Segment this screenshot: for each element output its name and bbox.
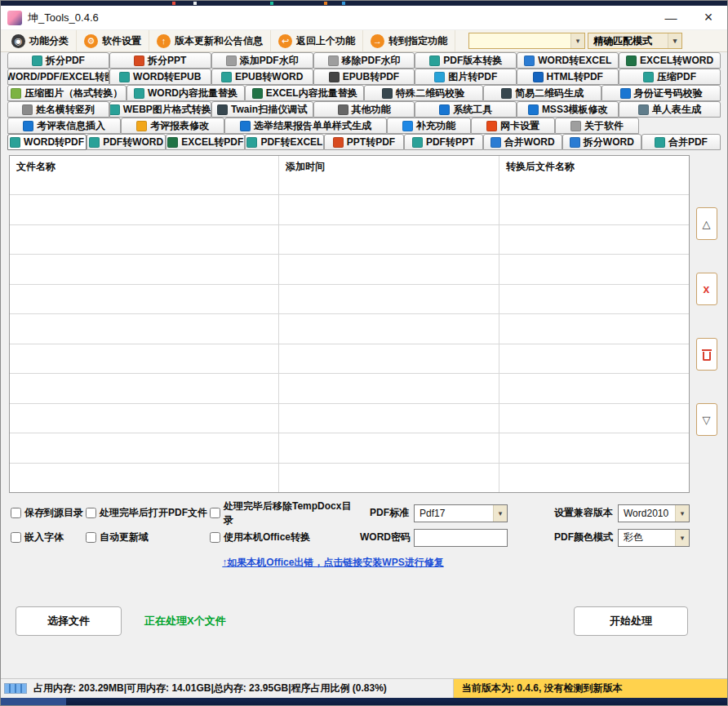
table-row[interactable]: [10, 195, 689, 225]
checkbox-remove-tempdocx[interactable]: 处理完毕后移除TempDocx目录: [210, 500, 360, 527]
tab-split-word[interactable]: 拆分WORD: [562, 134, 641, 150]
tab-review-report-edit[interactable]: 考评报表修改: [121, 118, 224, 134]
tab-pdf-to-word[interactable]: PDF转WORD: [87, 134, 166, 150]
tab-office-to-image[interactable]: WORD/PDF/EXCEL转图片: [7, 69, 109, 85]
function-category-button[interactable]: ◉功能分类: [4, 30, 77, 51]
table-row[interactable]: [10, 255, 689, 285]
tab-single-table-generate[interactable]: 单人表生成: [619, 101, 721, 118]
tab-word-batch-replace[interactable]: WORD内容批量替换: [127, 85, 246, 101]
tab-network-card-settings[interactable]: 网卡设置: [471, 118, 555, 134]
table-cell: [499, 433, 689, 463]
chevron-down-icon[interactable]: ▾: [675, 530, 689, 546]
back-previous-function-button[interactable]: ↩返回上个功能: [271, 30, 363, 51]
tab-label: 图片转PDF: [448, 70, 497, 84]
move-up-button[interactable]: △: [696, 207, 717, 240]
tab-pdf-to-ppt[interactable]: PDF转PPT: [404, 134, 483, 150]
tab-pdf-to-excel[interactable]: PDF转EXCEL: [245, 134, 324, 150]
tab-special-qrcode-verify[interactable]: 特殊二维码校验: [364, 85, 483, 101]
function-search-combo[interactable]: ▾: [468, 33, 585, 49]
tab-compress-image[interactable]: 压缩图片（格式转换）: [7, 85, 127, 101]
tab-remove-pdf-watermark[interactable]: 移除PDF水印: [313, 52, 415, 69]
pdf-color-mode-select[interactable]: 彩色 ▾: [618, 529, 690, 547]
embed-font-checkbox[interactable]: [11, 532, 21, 543]
tab-mss3-template-edit[interactable]: MSS3模板修改: [517, 101, 619, 118]
tab-other-functions[interactable]: 其他功能: [313, 101, 415, 118]
column-header[interactable]: 添加时间: [279, 156, 499, 194]
auto-update-fields-checkbox[interactable]: [86, 532, 96, 543]
chevron-down-icon[interactable]: ▾: [570, 33, 584, 48]
match-mode-select[interactable]: 精确匹配模式 ▾: [588, 33, 682, 49]
checkbox-auto-update-fields[interactable]: 自动更新域: [86, 531, 210, 544]
chevron-down-icon[interactable]: ▾: [675, 505, 689, 522]
select-files-button[interactable]: 选择文件: [16, 606, 122, 636]
open-pdf-after-checkbox[interactable]: [86, 508, 96, 518]
checkbox-open-pdf-after[interactable]: 处理完毕后打开PDF文件: [86, 506, 210, 520]
tab-review-info-insert[interactable]: 考评表信息插入: [7, 118, 121, 134]
table-row[interactable]: [10, 464, 689, 493]
tab-compress-pdf[interactable]: 压缩PDF: [619, 69, 721, 85]
tab-word-to-excel[interactable]: WORD转EXCEL: [517, 52, 619, 69]
column-header[interactable]: 文件名称: [10, 156, 279, 194]
start-processing-button[interactable]: 开始处理: [574, 606, 688, 636]
tab-supplement-functions[interactable]: 补充功能: [387, 118, 471, 134]
pdf-standard-select[interactable]: Pdf17 ▾: [414, 504, 508, 522]
function-search-input[interactable]: [469, 33, 570, 48]
tab-add-pdf-watermark[interactable]: 添加PDF水印: [211, 52, 313, 69]
tab-simple-qrcode-generate[interactable]: 简易二维码生成: [483, 85, 602, 101]
remove-tempdocx-checkbox[interactable]: [210, 508, 220, 518]
tab-election-report-generate[interactable]: 选举结果报告单单样式生成: [224, 118, 387, 134]
word-password-input[interactable]: [414, 529, 508, 547]
column-header[interactable]: 转换后文件名称: [499, 156, 689, 194]
html-doc-icon: [533, 72, 544, 82]
checkbox-save-to-source[interactable]: 保存到源目录: [11, 506, 86, 520]
wps-repair-link[interactable]: ↑如果本机Office出错，点击链接安装WPS进行修复: [222, 557, 443, 568]
minimize-button[interactable]: —: [652, 6, 690, 29]
file-list-table[interactable]: 文件名称添加时间转换后文件名称: [9, 155, 690, 493]
tab-excel-to-word[interactable]: EXCEL转WORD: [619, 52, 721, 69]
move-down-button[interactable]: ▽: [696, 403, 717, 436]
table-row[interactable]: [10, 374, 689, 404]
tab-ppt-to-pdf[interactable]: PPT转PDF: [324, 134, 403, 150]
chevron-down-icon[interactable]: ▾: [493, 505, 507, 522]
goto-function-button[interactable]: →转到指定功能: [363, 30, 455, 51]
tab-epub-to-pdf[interactable]: EPUB转PDF: [313, 69, 415, 85]
table-row[interactable]: [10, 344, 689, 375]
tab-id-number-verify[interactable]: 身份证号码校验: [601, 85, 721, 101]
chevron-down-icon[interactable]: ▾: [668, 33, 681, 48]
software-settings-button[interactable]: ⚙软件设置: [77, 30, 149, 51]
tab-word-to-epub[interactable]: WORD转EPUB: [109, 69, 211, 85]
table-row[interactable]: [10, 404, 689, 434]
compat-version-select[interactable]: Word2010 ▾: [618, 504, 690, 522]
clear-list-button[interactable]: [696, 338, 717, 371]
tab-about-software[interactable]: 关于软件: [555, 118, 639, 134]
close-button[interactable]: ×: [690, 6, 727, 29]
tab-excel-to-pdf[interactable]: EXCEL转PDF: [166, 134, 245, 150]
tab-twain-scanner-debug[interactable]: Twain扫描仪调试: [211, 101, 313, 118]
tab-word-to-pdf[interactable]: WORD转PDF: [7, 134, 87, 150]
tab-html-to-pdf[interactable]: HTML转PDF: [517, 69, 619, 85]
tab-image-to-pdf[interactable]: 图片转PDF: [415, 69, 517, 85]
tab-pdf-version-convert[interactable]: PDF版本转换: [415, 52, 517, 69]
list-controls: △x▽: [695, 155, 717, 495]
version-update-info-button[interactable]: ↑版本更新和公告信息: [149, 30, 271, 51]
table-row[interactable]: [10, 285, 689, 315]
tab-webp-format-convert[interactable]: WEBP图片格式转换: [109, 101, 211, 118]
tab-label: 压缩PDF: [657, 70, 696, 84]
tab-name-transpose[interactable]: 姓名横转竖列: [7, 101, 109, 118]
checkbox-embed-font[interactable]: 嵌入字体: [11, 531, 86, 544]
tab-split-pdf[interactable]: 拆分PDF: [7, 52, 109, 69]
save-to-source-checkbox[interactable]: [11, 508, 21, 518]
checkbox-use-local-office[interactable]: 使用本机Office转换: [210, 531, 360, 544]
table-row[interactable]: [10, 314, 689, 344]
tab-excel-batch-replace[interactable]: EXCEL内容批量替换: [245, 85, 364, 101]
tab-merge-word[interactable]: 合并WORD: [483, 134, 562, 150]
delete-selected-button[interactable]: x: [696, 273, 717, 305]
tab-label: PDF版本转换: [443, 54, 502, 68]
table-row[interactable]: [10, 225, 689, 255]
tab-merge-pdf[interactable]: 合并PDF: [641, 134, 721, 150]
use-local-office-checkbox[interactable]: [210, 532, 220, 543]
tab-epub-to-word[interactable]: EPUB转WORD: [211, 69, 313, 85]
table-row[interactable]: [10, 433, 689, 464]
tab-split-ppt[interactable]: 拆分PPT: [109, 52, 211, 69]
tab-system-tools[interactable]: 系统工具: [415, 101, 517, 118]
